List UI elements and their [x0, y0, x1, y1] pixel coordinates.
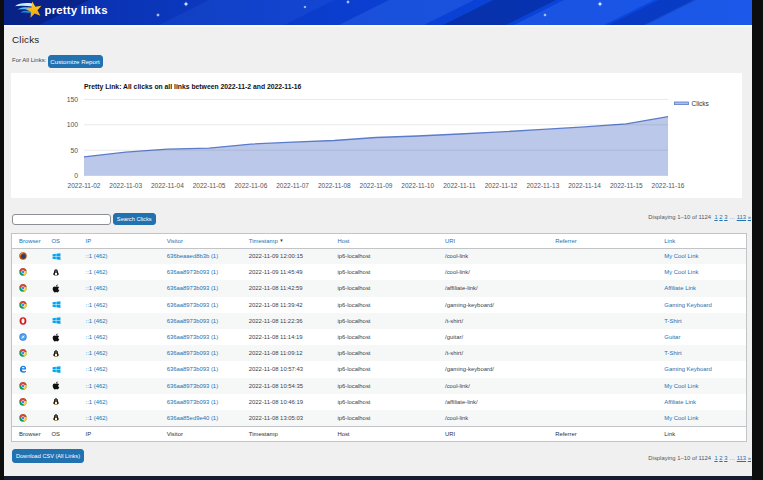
svg-text:2022-11-11: 2022-11-11	[443, 182, 476, 189]
svg-text:2022-11-09: 2022-11-09	[360, 182, 393, 189]
svg-text:100: 100	[67, 121, 79, 128]
svg-text:2022-11-05: 2022-11-05	[193, 182, 226, 189]
svg-text:2022-11-06: 2022-11-06	[235, 182, 268, 189]
svg-text:50: 50	[70, 147, 78, 154]
svg-text:Pretty Link: All clicks on all: Pretty Link: All clicks on all links bet…	[84, 83, 302, 91]
svg-text:2022-11-07: 2022-11-07	[276, 182, 309, 189]
svg-text:2022-11-13: 2022-11-13	[527, 182, 560, 189]
svg-text:Clicks: Clicks	[692, 100, 710, 107]
svg-text:2022-11-12: 2022-11-12	[485, 182, 518, 189]
svg-text:2022-11-03: 2022-11-03	[109, 182, 142, 189]
svg-text:pretty links: pretty links	[45, 4, 108, 16]
svg-text:2022-11-04: 2022-11-04	[151, 182, 184, 189]
svg-text:2022-11-10: 2022-11-10	[401, 182, 434, 189]
svg-text:2022-11-16: 2022-11-16	[652, 182, 685, 189]
svg-text:2022-11-15: 2022-11-15	[610, 182, 643, 189]
svg-text:150: 150	[67, 96, 79, 103]
svg-text:2022-11-14: 2022-11-14	[568, 182, 601, 189]
svg-text:2022-11-02: 2022-11-02	[68, 182, 101, 189]
svg-text:0: 0	[74, 172, 78, 179]
svg-text:2022-11-08: 2022-11-08	[318, 182, 351, 189]
